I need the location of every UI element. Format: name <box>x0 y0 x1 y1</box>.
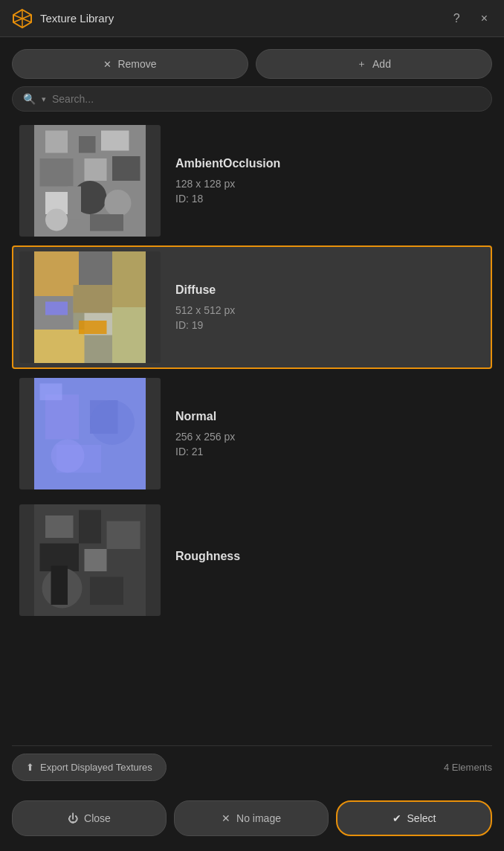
no-image-label: No image <box>236 812 281 824</box>
export-label: Export Displayed Textures <box>40 762 152 773</box>
svg-rect-19 <box>79 251 112 285</box>
footer: ⏻ Close ✕ No image ✔ Select <box>0 793 504 851</box>
texture-list: AmbientOcclusion 128 x 128 px ID: 18 <box>12 119 492 738</box>
close-label: Close <box>84 812 111 824</box>
list-item[interactable]: Normal 256 x 256 px ID: 21 <box>12 372 492 495</box>
texture-dimensions-normal: 256 x 256 px <box>175 431 485 443</box>
search-dropdown-icon[interactable]: ▾ <box>42 94 46 104</box>
svg-rect-39 <box>107 521 140 550</box>
svg-point-13 <box>105 190 132 216</box>
list-item[interactable]: Diffuse 512 x 512 px ID: 19 <box>12 245 492 369</box>
svg-rect-38 <box>79 510 101 544</box>
list-item[interactable]: Roughness <box>12 498 492 622</box>
texture-thumbnail-diffuse <box>19 251 161 363</box>
help-button[interactable]: ? <box>449 9 465 28</box>
svg-rect-26 <box>45 302 68 315</box>
svg-point-14 <box>45 209 68 231</box>
svg-rect-24 <box>74 285 113 313</box>
svg-rect-15 <box>90 214 123 231</box>
svg-rect-9 <box>85 158 107 181</box>
texture-thumbnail-ao <box>19 125 161 237</box>
texture-id-diffuse: ID: 19 <box>175 319 485 331</box>
svg-rect-25 <box>112 307 146 363</box>
search-input[interactable] <box>52 93 481 105</box>
texture-dimensions-ao: 128 x 128 px <box>175 178 485 190</box>
texture-info-diffuse: Diffuse 512 x 512 px ID: 19 <box>175 283 485 331</box>
bottom-bar: ⬆ Export Displayed Textures 4 Elements <box>12 745 492 786</box>
svg-rect-41 <box>85 549 107 571</box>
texture-thumbnail-roughness <box>19 504 161 616</box>
list-item[interactable]: AmbientOcclusion 128 x 128 px ID: 18 <box>12 119 492 243</box>
select-label: Select <box>407 812 436 824</box>
svg-rect-10 <box>112 156 140 181</box>
texture-info-normal: Normal 256 x 256 px ID: 21 <box>175 410 485 457</box>
svg-rect-30 <box>45 395 79 440</box>
svg-rect-7 <box>101 131 129 151</box>
texture-name-diffuse: Diffuse <box>175 283 485 297</box>
select-button[interactable]: ✔ Select <box>336 800 492 836</box>
add-button[interactable]: ＋ Add <box>256 49 492 79</box>
svg-rect-35 <box>40 384 62 401</box>
texture-name-roughness: Roughness <box>175 550 485 563</box>
select-icon: ✔ <box>392 812 401 824</box>
window-title: Texture Library <box>40 12 449 25</box>
close-button[interactable]: ⏻ Close <box>12 800 167 836</box>
remove-label: Remove <box>117 58 156 70</box>
search-icon: 🔍 <box>23 93 36 105</box>
add-label: Add <box>372 58 391 70</box>
remove-button[interactable]: ✕ Remove <box>12 49 248 79</box>
svg-rect-5 <box>45 131 68 153</box>
export-icon: ⬆ <box>26 762 34 773</box>
svg-rect-18 <box>34 251 79 296</box>
texture-info-roughness: Roughness <box>175 550 485 571</box>
app-logo <box>12 8 33 29</box>
title-bar: Texture Library ? × <box>0 0 504 37</box>
svg-rect-22 <box>34 330 85 363</box>
svg-point-33 <box>51 440 85 473</box>
texture-name-normal: Normal <box>175 410 485 423</box>
title-bar-actions: ? × <box>449 9 492 28</box>
svg-rect-27 <box>79 321 107 334</box>
svg-rect-45 <box>51 566 68 606</box>
svg-rect-16 <box>68 187 81 220</box>
svg-rect-20 <box>112 251 146 307</box>
close-window-button[interactable]: × <box>476 9 492 28</box>
texture-thumbnail-normal <box>19 378 161 489</box>
texture-dimensions-diffuse: 512 x 512 px <box>175 304 485 316</box>
remove-icon: ✕ <box>103 59 112 70</box>
export-button[interactable]: ⬆ Export Displayed Textures <box>12 754 167 781</box>
add-icon: ＋ <box>357 57 366 71</box>
svg-rect-44 <box>90 577 123 606</box>
no-image-button[interactable]: ✕ No image <box>174 800 329 836</box>
svg-rect-42 <box>112 555 140 577</box>
svg-rect-37 <box>45 516 74 538</box>
texture-id-normal: ID: 21 <box>175 446 485 457</box>
toolbar: ✕ Remove ＋ Add <box>12 49 492 79</box>
thumbnail-roughness-svg <box>19 504 161 616</box>
texture-name-ao: AmbientOcclusion <box>175 157 485 170</box>
thumbnail-diffuse-svg <box>19 251 161 363</box>
thumbnail-normal-svg <box>19 378 161 489</box>
svg-rect-8 <box>40 158 74 187</box>
svg-point-34 <box>90 400 135 445</box>
elements-count: 4 Elements <box>444 762 492 773</box>
no-image-icon: ✕ <box>222 812 230 824</box>
thumbnail-ao-svg <box>19 125 161 237</box>
texture-id-ao: ID: 18 <box>175 193 485 205</box>
texture-info-ao: AmbientOcclusion 128 x 128 px ID: 18 <box>175 157 485 205</box>
search-bar: 🔍 ▾ <box>12 86 492 112</box>
svg-rect-6 <box>79 136 96 153</box>
main-content: ✕ Remove ＋ Add 🔍 ▾ <box>0 37 504 793</box>
close-icon: ⏻ <box>68 812 78 824</box>
